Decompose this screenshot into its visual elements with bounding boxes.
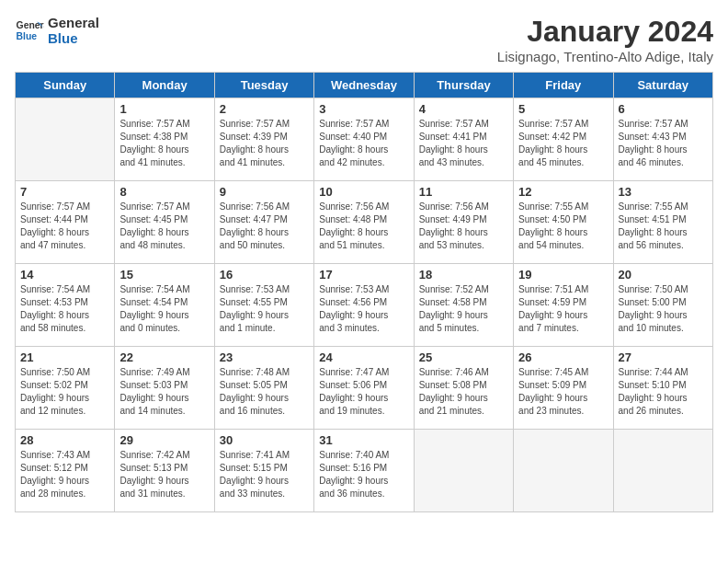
- day-of-week-header: Friday: [514, 73, 613, 98]
- calendar-cell: 30Sunrise: 7:41 AMSunset: 5:15 PMDayligh…: [214, 430, 313, 512]
- day-number: 19: [518, 268, 608, 282]
- calendar-cell: [613, 430, 712, 512]
- calendar-cell: 8Sunrise: 7:57 AMSunset: 4:45 PMDaylight…: [115, 181, 214, 264]
- cell-content: Sunrise: 7:54 AMSunset: 4:53 PMDaylight:…: [20, 283, 109, 335]
- calendar-header-row: SundayMondayTuesdayWednesdayThursdayFrid…: [16, 73, 713, 98]
- logo-general: General: [48, 15, 99, 30]
- day-number: 29: [119, 433, 209, 447]
- cell-content: Sunrise: 7:56 AMSunset: 4:48 PMDaylight:…: [319, 201, 408, 252]
- cell-content: Sunrise: 7:43 AMSunset: 5:12 PMDaylight:…: [20, 449, 109, 500]
- calendar-cell: 28Sunrise: 7:43 AMSunset: 5:12 PMDayligh…: [16, 430, 115, 512]
- day-number: 30: [220, 433, 309, 447]
- day-number: 16: [220, 268, 309, 282]
- calendar-cell: 22Sunrise: 7:49 AMSunset: 5:03 PMDayligh…: [115, 347, 214, 430]
- day-number: 26: [518, 350, 608, 364]
- day-of-week-header: Monday: [115, 73, 214, 98]
- day-number: 31: [319, 433, 408, 447]
- calendar-cell: 18Sunrise: 7:52 AMSunset: 4:58 PMDayligh…: [414, 264, 513, 347]
- title-area: January 2024 Lisignago, Trentino-Alto Ad…: [497, 15, 713, 64]
- calendar-cell: 21Sunrise: 7:50 AMSunset: 5:02 PMDayligh…: [16, 347, 115, 430]
- day-of-week-header: Thursday: [414, 73, 513, 98]
- cell-content: Sunrise: 7:45 AMSunset: 5:09 PMDaylight:…: [518, 366, 608, 418]
- calendar-cell: 12Sunrise: 7:55 AMSunset: 4:50 PMDayligh…: [514, 181, 613, 264]
- day-number: 9: [220, 185, 309, 199]
- calendar-cell: 1Sunrise: 7:57 AMSunset: 4:38 PMDaylight…: [115, 98, 214, 181]
- day-of-week-header: Wednesday: [314, 73, 414, 98]
- calendar-cell: 14Sunrise: 7:54 AMSunset: 4:53 PMDayligh…: [16, 264, 115, 347]
- cell-content: Sunrise: 7:44 AMSunset: 5:10 PMDaylight:…: [619, 366, 708, 418]
- cell-content: Sunrise: 7:54 AMSunset: 4:54 PMDaylight:…: [119, 283, 209, 335]
- calendar-cell: 7Sunrise: 7:57 AMSunset: 4:44 PMDaylight…: [16, 181, 115, 264]
- calendar-cell: 6Sunrise: 7:57 AMSunset: 4:43 PMDaylight…: [613, 98, 712, 181]
- day-number: 8: [119, 185, 209, 199]
- calendar-cell: 5Sunrise: 7:57 AMSunset: 4:42 PMDaylight…: [514, 98, 613, 181]
- day-number: 25: [419, 350, 508, 364]
- cell-content: Sunrise: 7:46 AMSunset: 5:08 PMDaylight:…: [419, 366, 508, 418]
- cell-content: Sunrise: 7:50 AMSunset: 5:02 PMDaylight:…: [20, 366, 109, 418]
- day-number: 2: [220, 102, 309, 116]
- day-number: 4: [419, 102, 508, 116]
- calendar-cell: 10Sunrise: 7:56 AMSunset: 4:48 PMDayligh…: [314, 181, 414, 264]
- cell-content: Sunrise: 7:52 AMSunset: 4:58 PMDaylight:…: [419, 283, 508, 335]
- logo-icon: General Blue: [15, 16, 44, 45]
- day-number: 14: [20, 268, 109, 282]
- cell-content: Sunrise: 7:57 AMSunset: 4:39 PMDaylight:…: [220, 118, 309, 169]
- cell-content: Sunrise: 7:56 AMSunset: 4:49 PMDaylight:…: [419, 201, 508, 252]
- day-number: 5: [518, 102, 608, 116]
- calendar-cell: 20Sunrise: 7:50 AMSunset: 5:00 PMDayligh…: [613, 264, 712, 347]
- calendar-body: 1Sunrise: 7:57 AMSunset: 4:38 PMDaylight…: [16, 98, 713, 512]
- calendar-week-row: 21Sunrise: 7:50 AMSunset: 5:02 PMDayligh…: [16, 347, 713, 430]
- cell-content: Sunrise: 7:56 AMSunset: 4:47 PMDaylight:…: [220, 201, 309, 252]
- page-header: General Blue General Blue January 2024 L…: [15, 15, 713, 64]
- location-title: Lisignago, Trentino-Alto Adige, Italy: [497, 49, 713, 64]
- day-of-week-header: Tuesday: [214, 73, 313, 98]
- day-number: 20: [619, 268, 708, 282]
- day-number: 11: [419, 185, 508, 199]
- day-of-week-header: Saturday: [613, 73, 712, 98]
- calendar-cell: 23Sunrise: 7:48 AMSunset: 5:05 PMDayligh…: [214, 347, 313, 430]
- svg-text:General: General: [17, 20, 44, 30]
- calendar-cell: 3Sunrise: 7:57 AMSunset: 4:40 PMDaylight…: [314, 98, 414, 181]
- cell-content: Sunrise: 7:47 AMSunset: 5:06 PMDaylight:…: [319, 366, 408, 418]
- cell-content: Sunrise: 7:57 AMSunset: 4:40 PMDaylight:…: [319, 118, 408, 169]
- day-number: 28: [20, 433, 109, 447]
- cell-content: Sunrise: 7:51 AMSunset: 4:59 PMDaylight:…: [518, 283, 608, 335]
- calendar-cell: 11Sunrise: 7:56 AMSunset: 4:49 PMDayligh…: [414, 181, 513, 264]
- cell-content: Sunrise: 7:57 AMSunset: 4:43 PMDaylight:…: [619, 118, 708, 169]
- day-number: 24: [319, 350, 408, 364]
- cell-content: Sunrise: 7:41 AMSunset: 5:15 PMDaylight:…: [220, 449, 309, 500]
- day-number: 1: [119, 102, 209, 116]
- day-number: 6: [619, 102, 708, 116]
- logo-blue: Blue: [48, 30, 99, 46]
- calendar-table: SundayMondayTuesdayWednesdayThursdayFrid…: [15, 72, 713, 512]
- calendar-cell: 2Sunrise: 7:57 AMSunset: 4:39 PMDaylight…: [214, 98, 313, 181]
- calendar-cell: 17Sunrise: 7:53 AMSunset: 4:56 PMDayligh…: [314, 264, 414, 347]
- day-number: 13: [619, 185, 708, 199]
- calendar-cell: 29Sunrise: 7:42 AMSunset: 5:13 PMDayligh…: [115, 430, 214, 512]
- calendar-cell: 16Sunrise: 7:53 AMSunset: 4:55 PMDayligh…: [214, 264, 313, 347]
- calendar-cell: 4Sunrise: 7:57 AMSunset: 4:41 PMDaylight…: [414, 98, 513, 181]
- cell-content: Sunrise: 7:49 AMSunset: 5:03 PMDaylight:…: [119, 366, 209, 418]
- day-of-week-header: Sunday: [16, 73, 115, 98]
- cell-content: Sunrise: 7:57 AMSunset: 4:42 PMDaylight:…: [518, 118, 608, 169]
- calendar-cell: 24Sunrise: 7:47 AMSunset: 5:06 PMDayligh…: [314, 347, 414, 430]
- calendar-week-row: 7Sunrise: 7:57 AMSunset: 4:44 PMDaylight…: [16, 181, 713, 264]
- calendar-cell: [16, 98, 115, 181]
- day-number: 23: [220, 350, 309, 364]
- day-number: 17: [319, 268, 408, 282]
- cell-content: Sunrise: 7:55 AMSunset: 4:50 PMDaylight:…: [518, 201, 608, 252]
- day-number: 21: [20, 350, 109, 364]
- cell-content: Sunrise: 7:53 AMSunset: 4:55 PMDaylight:…: [220, 283, 309, 335]
- calendar-cell: 27Sunrise: 7:44 AMSunset: 5:10 PMDayligh…: [613, 347, 712, 430]
- calendar-cell: 9Sunrise: 7:56 AMSunset: 4:47 PMDaylight…: [214, 181, 313, 264]
- cell-content: Sunrise: 7:48 AMSunset: 5:05 PMDaylight:…: [220, 366, 309, 418]
- calendar-week-row: 1Sunrise: 7:57 AMSunset: 4:38 PMDaylight…: [16, 98, 713, 181]
- day-number: 18: [419, 268, 508, 282]
- day-number: 10: [319, 185, 408, 199]
- cell-content: Sunrise: 7:55 AMSunset: 4:51 PMDaylight:…: [619, 201, 708, 252]
- cell-content: Sunrise: 7:57 AMSunset: 4:41 PMDaylight:…: [419, 118, 508, 169]
- day-number: 3: [319, 102, 408, 116]
- day-number: 22: [119, 350, 209, 364]
- calendar-cell: 19Sunrise: 7:51 AMSunset: 4:59 PMDayligh…: [514, 264, 613, 347]
- cell-content: Sunrise: 7:40 AMSunset: 5:16 PMDaylight:…: [319, 449, 408, 500]
